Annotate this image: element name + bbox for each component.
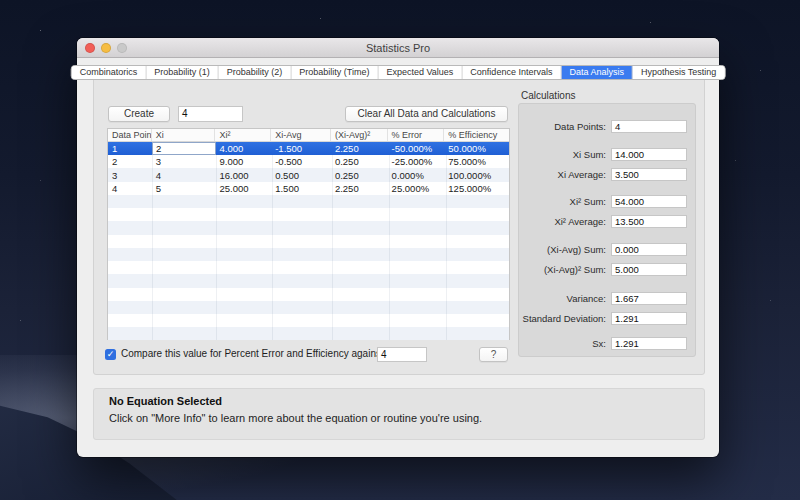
data-table: Data Point Xi Xi² Xi-Avg (Xi-Avg)² % Err…	[107, 128, 510, 340]
calc-label: Data Points:	[554, 121, 606, 132]
equation-info-text: Click on "More Info" to learn more about…	[109, 412, 482, 424]
data-point-count-input[interactable]: 4	[178, 106, 243, 122]
cell-xi-avg: 0.500	[271, 169, 331, 182]
cell-xi-squared: 9.000	[215, 155, 271, 168]
calc-row-xi-avg-sum: (Xi-Avg) Sum: 0.000	[523, 243, 687, 256]
calc-label: (Xi-Avg) Sum:	[547, 244, 606, 255]
xi-average-field[interactable]: 3.500	[611, 168, 687, 181]
clear-all-button[interactable]: Clear All Data and Calculations	[345, 106, 508, 122]
cell-xi-avg-squared: 2.250	[331, 182, 388, 195]
sx-field[interactable]: 1.291	[611, 337, 687, 350]
tab-confidence-intervals[interactable]: Confidence Intervals	[462, 66, 561, 79]
calc-label: Xi Sum:	[573, 149, 606, 160]
window-title: Statistics Pro	[77, 38, 719, 58]
calc-row-xi-squared-sum: Xi² Sum: 54.000	[523, 195, 687, 208]
calc-row-xi-avg-squared-sum: (Xi-Avg)² Sum: 5.000	[523, 263, 687, 276]
cell-data-point: 4	[108, 182, 152, 195]
equation-info-heading: No Equation Selected	[109, 395, 222, 407]
cell-data-point: 3	[108, 169, 152, 182]
tab-expected-values[interactable]: Expected Values	[378, 66, 462, 79]
xi-avg-squared-sum-field[interactable]: 5.000	[611, 263, 687, 276]
column-header-xi-avg-squared[interactable]: (Xi-Avg)²	[331, 129, 388, 141]
calc-label: Xi² Average:	[554, 216, 606, 227]
column-header-xi-squared[interactable]: Xi²	[215, 129, 271, 141]
compare-value-input[interactable]: 4	[377, 347, 427, 362]
cell-xi-squared: 4.000	[215, 142, 271, 155]
xi-cell-edit-input[interactable]: 2	[152, 142, 216, 155]
column-header-xi-avg[interactable]: Xi-Avg	[271, 129, 331, 141]
cell-xi-avg: 1.500	[271, 182, 331, 195]
cell-percent-efficiency: 50.000%	[444, 142, 509, 155]
data-points-field[interactable]: 4	[611, 120, 687, 133]
tab-combinatorics[interactable]: Combinatorics	[72, 66, 147, 79]
cell-data-point: 1	[108, 142, 152, 155]
xi-sum-field[interactable]: 14.000	[611, 148, 687, 161]
calc-label: Xi Average:	[558, 169, 606, 180]
xi-avg-sum-field[interactable]: 0.000	[611, 243, 687, 256]
calc-label: Sx:	[592, 338, 606, 349]
calculations-title: Calculations	[521, 90, 575, 101]
cell-percent-error: 0.000%	[388, 169, 445, 182]
calculations-panel: Data Points: 4 Xi Sum: 14.000 Xi Average…	[518, 103, 696, 357]
cell-data-point: 2	[108, 155, 152, 168]
calc-row-sx: Sx: 1.291	[523, 337, 687, 350]
cell-percent-efficiency: 125.000%	[444, 182, 509, 195]
title-bar[interactable]: Statistics Pro	[77, 38, 719, 58]
cell-xi-avg-squared: 2.250	[331, 142, 388, 155]
cell-percent-error: -25.000%	[388, 155, 445, 168]
cell-xi: 4	[152, 169, 216, 182]
column-header-xi[interactable]: Xi	[152, 129, 216, 141]
compare-checkbox[interactable]: ✓	[105, 349, 116, 360]
tab-data-analysis[interactable]: Data Analysis	[561, 66, 633, 79]
cell-xi-squared: 16.000	[215, 169, 271, 182]
calc-label: Variance:	[567, 293, 606, 304]
table-row[interactable]: 1 4.000 -1.500 2.250 -50.000% 50.000% 2	[108, 142, 509, 155]
calc-label: (Xi-Avg)² Sum:	[544, 264, 606, 275]
calc-row-standard-deviation: Standard Deviation: 1.291	[523, 312, 687, 325]
cell-percent-error: 25.000%	[388, 182, 445, 195]
calc-row-xi-average: Xi Average: 3.500	[523, 168, 687, 181]
table-row[interactable]: 3 4 16.000 0.500 0.250 0.000% 100.000%	[108, 169, 509, 182]
table-body: 1 4.000 -1.500 2.250 -50.000% 50.000% 2 …	[108, 142, 509, 340]
table-row[interactable]: 2 3 9.000 -0.500 0.250 -25.000% 75.000%	[108, 155, 509, 168]
variance-field[interactable]: 1.667	[611, 292, 687, 305]
stars-decoration	[0, 0, 1, 1]
tab-probability-1[interactable]: Probability (1)	[146, 66, 219, 79]
xi-squared-sum-field[interactable]: 54.000	[611, 195, 687, 208]
tab-probability-time[interactable]: Probability (Time)	[291, 66, 378, 79]
desktop-background: Statistics Pro Combinatorics Probability…	[0, 0, 800, 500]
cell-xi: 3	[152, 155, 216, 168]
tab-bar: Combinatorics Probability (1) Probabilit…	[71, 65, 726, 80]
calc-label: Xi² Sum:	[570, 196, 606, 207]
table-header-row: Data Point Xi Xi² Xi-Avg (Xi-Avg)² % Err…	[108, 129, 509, 142]
standard-deviation-field[interactable]: 1.291	[611, 312, 687, 325]
column-header-data-point[interactable]: Data Point	[108, 129, 152, 141]
calc-label: Standard Deviation:	[523, 313, 606, 324]
cell-xi-avg: -1.500	[271, 142, 331, 155]
help-button[interactable]: ?	[479, 347, 508, 362]
create-button[interactable]: Create	[108, 106, 170, 122]
cell-percent-error: -50.000%	[388, 142, 445, 155]
app-window: Statistics Pro Combinatorics Probability…	[77, 38, 719, 457]
column-header-percent-error[interactable]: % Error	[388, 129, 445, 141]
cell-xi: 5	[152, 182, 216, 195]
calc-row-xi-squared-average: Xi² Average: 13.500	[523, 215, 687, 228]
cell-percent-efficiency: 100.000%	[444, 169, 509, 182]
column-header-percent-efficiency[interactable]: % Efficiency	[444, 129, 509, 141]
calc-row-data-points: Data Points: 4	[523, 120, 687, 133]
tab-hypothesis-testing[interactable]: Hypothesis Testing	[633, 66, 724, 79]
table-row[interactable]: 4 5 25.000 1.500 2.250 25.000% 125.000%	[108, 182, 509, 195]
cell-xi-avg-squared: 0.250	[331, 169, 388, 182]
calc-row-xi-sum: Xi Sum: 14.000	[523, 148, 687, 161]
cell-percent-efficiency: 75.000%	[444, 155, 509, 168]
cell-xi-squared: 25.000	[215, 182, 271, 195]
xi-squared-average-field[interactable]: 13.500	[611, 215, 687, 228]
tab-probability-2[interactable]: Probability (2)	[219, 66, 292, 79]
equation-info-box: No Equation Selected Click on "More Info…	[93, 388, 705, 440]
cell-xi-avg: -0.500	[271, 155, 331, 168]
compare-label: Compare this value for Percent Error and…	[121, 346, 398, 362]
cell-xi-avg-squared: 0.250	[331, 155, 388, 168]
calc-row-variance: Variance: 1.667	[523, 292, 687, 305]
